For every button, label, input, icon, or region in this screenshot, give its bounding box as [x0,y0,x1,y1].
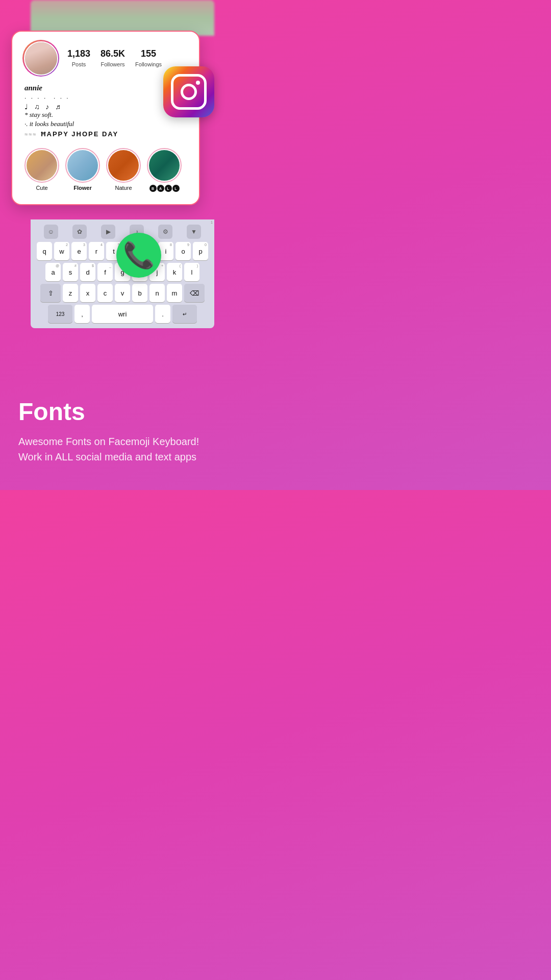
key-period[interactable]: . [155,305,170,323]
bottom-section: Fonts Awesome Fonts on Facemoji Keyboard… [0,377,276,490]
highlight-label-ball: B A L L [149,185,180,192]
key-numbers[interactable]: 123 [48,305,72,323]
bio-title: ĦAPPY JHOPE DAY [41,130,118,138]
key-k[interactable]: (k [167,263,182,281]
key-d[interactable]: $d [80,263,95,281]
posts-count: 1,183 [67,48,90,59]
key-w[interactable]: 2w [54,242,69,260]
key-enter[interactable]: ↵ [172,305,197,323]
key-v[interactable]: v [115,284,130,302]
key-z[interactable]: z [63,284,78,302]
followers-count: 86.5K [101,48,125,59]
kb-icon-smiley[interactable]: ☺ [44,225,58,239]
kb-icon-sticker[interactable]: ✿ [72,225,87,239]
highlight-label-cute: Cute [36,185,47,191]
key-backspace[interactable]: ⌫ [184,284,205,302]
whatsapp-logo: 📞 [116,233,161,278]
highlight-image-ball [149,150,180,181]
avatar-ring [22,40,59,77]
stat-followers: 86.5K Followers [101,48,125,68]
avatar-face [25,42,57,75]
highlights-row: Cute Flower Nature B A [22,144,189,199]
key-r[interactable]: 4r [89,242,104,260]
keyboard-row-4: 123 , wri . ↵ [34,305,211,323]
highlight-label-flower: Flower [73,185,91,191]
highlight-circle-nature [106,148,141,183]
highlight-ball[interactable]: B A L L [147,148,182,192]
key-b[interactable]: b [132,284,147,302]
fonts-desc-line2: Work in ALL social media and text apps [18,451,196,462]
highlight-label-nature: Nature [115,185,132,191]
stats-container: 1,183 Posts 86.5K Followers 155 Followin… [67,48,189,68]
ball-letter-a: A [157,185,164,192]
key-s[interactable]: #s [63,263,78,281]
following-label: Followings [135,61,162,67]
highlight-nature[interactable]: Nature [106,148,141,192]
wa-outer: 📞 [116,233,161,278]
key-o[interactable]: 9o [176,242,191,260]
instagram-profile: 1,183 Posts 86.5K Followers 155 Followin… [12,32,199,204]
key-c[interactable]: c [97,284,113,302]
ig-circle [181,84,197,100]
ig-dot [196,81,200,85]
highlight-image-nature [108,150,139,181]
key-x[interactable]: x [80,284,95,302]
key-p[interactable]: 0p [193,242,208,260]
bio-wavy: ≈≈≈ [24,131,37,137]
key-m[interactable]: m [167,284,182,302]
key-n[interactable]: n [149,284,165,302]
avatar [24,41,58,76]
ball-letter-l2: L [172,185,180,192]
fonts-title: Fonts [18,398,257,426]
key-l[interactable]: )l [184,263,199,281]
highlight-image-cute [27,150,57,181]
highlight-image-flower [67,150,98,181]
fonts-desc-line1: Awesome Fonts on Facemoji Keyboard! [18,436,199,447]
bio-line2: ·. it looks beautiful [24,120,187,128]
ig-outer [163,66,214,117]
posts-label: Posts [72,61,86,67]
highlight-cute[interactable]: Cute [24,148,59,192]
stat-posts: 1,183 Posts [67,48,90,68]
bio-dots: · · · · · · · [24,94,187,102]
highlight-circle-flower [65,148,100,183]
followers-label: Followers [101,61,125,67]
bio-decorative: ≈≈≈ ĦAPPY JHOPE DAY [24,130,187,138]
ig-inner [171,74,207,110]
bio-username: annie [24,84,187,92]
kb-icon-chevron[interactable]: ▼ [187,225,201,239]
kb-icon-gif[interactable]: ▶ [101,225,115,239]
following-count: 155 [135,48,162,59]
highlight-flower[interactable]: Flower [65,148,100,192]
highlight-circle-cute [24,148,59,183]
instagram-logo [163,66,214,117]
ball-letter-l1: L [165,185,172,192]
phone-card: 1,183 Posts 86.5K Followers 155 Followin… [11,31,200,205]
highlight-circle-ball [147,148,182,183]
key-f[interactable]: _f [97,263,113,281]
key-space[interactable]: wri [92,305,153,323]
stat-following: 155 Followings [135,48,162,68]
key-e[interactable]: 3e [71,242,87,260]
fonts-description: Awesome Fonts on Facemoji Keyboard! Work… [18,434,257,464]
key-comma[interactable]: , [74,305,90,323]
key-a[interactable]: @a [45,263,61,281]
ball-letter-b: B [149,185,157,192]
bio-music: ♩ ♫ ♪ ♬ [24,103,187,111]
key-shift[interactable]: ⇧ [40,284,61,302]
whatsapp-icon: 📞 [123,242,155,268]
keyboard-row-3: ⇧ z x c v b n m ⌫ [34,284,211,302]
key-q[interactable]: 1q [37,242,52,260]
bio-line1: * stay soft. [24,111,187,119]
